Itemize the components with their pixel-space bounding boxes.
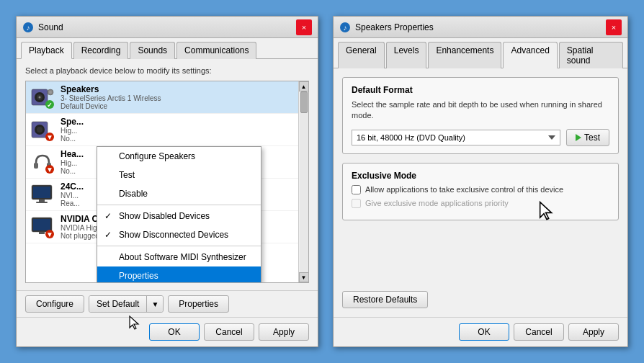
speakers-icon: ✓ bbox=[30, 85, 55, 109]
device-list[interactable]: ✓ Speakers 3- SteelSeries Arctis 1 Wirel… bbox=[25, 81, 309, 283]
sound-dialog: ♪ Sound × Playback Recording Sounds Comm… bbox=[16, 16, 318, 347]
sound-description: Select a playback device below to modify… bbox=[25, 66, 309, 75]
scroll-down-arrow[interactable]: ▼ bbox=[299, 272, 309, 282]
speakers-body: Default Format Select the sample rate an… bbox=[334, 68, 627, 317]
speakers-close-button[interactable]: × bbox=[606, 19, 622, 35]
ctx-disable[interactable]: Disable bbox=[97, 184, 261, 203]
context-menu: Configure Speakers Test Disable Show Dis… bbox=[97, 146, 261, 283]
tab-sounds[interactable]: Sounds bbox=[130, 42, 175, 59]
scroll-track bbox=[300, 91, 308, 272]
device-list-scrollbar[interactable]: ▲ ▼ bbox=[298, 81, 308, 282]
tab-playback[interactable]: Playback bbox=[21, 42, 72, 59]
sound-title-icon: ♪ bbox=[22, 22, 34, 33]
svg-point-7 bbox=[49, 91, 52, 94]
sound-title-text: Sound bbox=[38, 22, 63, 32]
sound-title-bar: ♪ Sound × bbox=[17, 17, 318, 38]
svg-text:✓: ✓ bbox=[47, 102, 53, 109]
device2-info: Spe... Hig... No... bbox=[61, 117, 304, 143]
svg-rect-21 bbox=[39, 200, 45, 202]
device-item-speakers[interactable]: ✓ Speakers 3- SteelSeries Arctis 1 Wirel… bbox=[26, 81, 308, 114]
restore-defaults-button[interactable]: Restore Defaults bbox=[342, 291, 428, 308]
configure-button[interactable]: Configure bbox=[25, 295, 84, 313]
exclusive-checkbox-row-1: Allow applications to take exclusive con… bbox=[352, 185, 609, 194]
set-default-split: Set Default ▼ bbox=[89, 295, 164, 313]
svg-marker-31 bbox=[540, 202, 552, 219]
ctx-sep2 bbox=[97, 246, 261, 246]
sound-close-button[interactable]: × bbox=[296, 19, 312, 35]
speakers-title-icon: ♪ bbox=[339, 22, 351, 33]
test-label: Test bbox=[584, 133, 600, 143]
svg-text:▼: ▼ bbox=[46, 133, 53, 141]
sound-main-footer: OK Cancel Apply bbox=[17, 317, 318, 346]
tab-spatial-sound[interactable]: Spatial sound bbox=[559, 42, 623, 68]
speakers-status: Default Device bbox=[61, 102, 304, 110]
device4-icon bbox=[30, 182, 55, 207]
svg-rect-24 bbox=[33, 219, 50, 230]
tab-communications[interactable]: Communications bbox=[176, 42, 256, 59]
device2-name: Spe... bbox=[61, 117, 304, 127]
device-item-2[interactable]: ▼ Spe... Hig... No... bbox=[26, 114, 308, 146]
sound-ok-button[interactable]: OK bbox=[149, 323, 200, 341]
speakers-cancel-button[interactable]: Cancel bbox=[514, 323, 564, 341]
svg-point-5 bbox=[39, 97, 41, 99]
svg-rect-25 bbox=[39, 232, 45, 234]
device2-icon: ▼ bbox=[30, 117, 55, 142]
svg-text:♪: ♪ bbox=[344, 24, 347, 32]
play-icon bbox=[576, 134, 581, 141]
speakers-info: Speakers 3- SteelSeries Arctis 1 Wireles… bbox=[61, 84, 304, 110]
svg-rect-15 bbox=[34, 163, 38, 169]
svg-text:▼: ▼ bbox=[46, 230, 53, 238]
svg-rect-22 bbox=[36, 202, 48, 203]
tab-levels[interactable]: Levels bbox=[386, 42, 427, 68]
speakers-footer: OK Cancel Apply bbox=[334, 317, 627, 346]
speakers-detail: 3- SteelSeries Arctis 1 Wireless bbox=[61, 94, 304, 102]
default-format-section: Default Format Select the sample rate an… bbox=[342, 77, 619, 154]
ctx-show-disconnected[interactable]: Show Disconnected Devices bbox=[97, 225, 261, 244]
exclusive-mode-title: Exclusive Mode bbox=[352, 171, 609, 181]
svg-text:▼: ▼ bbox=[46, 166, 53, 174]
ctx-sep1 bbox=[97, 205, 261, 205]
speakers-title-bar: ♪ Speakers Properties × bbox=[334, 17, 627, 38]
tab-recording[interactable]: Recording bbox=[73, 42, 129, 59]
tab-enhancements[interactable]: Enhancements bbox=[428, 42, 501, 68]
sound-apply-button[interactable]: Apply bbox=[259, 323, 309, 341]
speakers-name: Speakers bbox=[61, 84, 304, 94]
ctx-configure[interactable]: Configure Speakers bbox=[97, 147, 261, 166]
default-format-desc: Select the sample rate and bit depth to … bbox=[352, 99, 609, 122]
cursor-2 bbox=[538, 200, 561, 223]
ctx-about-midi[interactable]: About Software MIDI Synthesizer bbox=[97, 248, 261, 266]
svg-text:♪: ♪ bbox=[27, 24, 30, 32]
exclusive-checkbox-1[interactable] bbox=[352, 185, 361, 194]
test-button[interactable]: Test bbox=[566, 129, 609, 146]
exclusive-label-1: Allow applications to take exclusive con… bbox=[365, 185, 563, 194]
ctx-properties[interactable]: Properties bbox=[97, 266, 261, 283]
scroll-thumb[interactable] bbox=[300, 91, 308, 113]
device2-status: No... bbox=[61, 135, 304, 143]
speakers-apply-button[interactable]: Apply bbox=[568, 323, 619, 341]
sound-tab-bar: Playback Recording Sounds Communications bbox=[17, 38, 318, 59]
speakers-properties-dialog: ♪ Speakers Properties × General Levels E… bbox=[333, 16, 628, 347]
svg-rect-20 bbox=[33, 187, 50, 198]
device5-icon: ▼ bbox=[30, 215, 55, 239]
set-default-dropdown[interactable]: ▼ bbox=[146, 296, 163, 312]
sound-cancel-button[interactable]: Cancel bbox=[204, 323, 254, 341]
format-select[interactable]: 16 bit, 48000 Hz (DVD Quality) bbox=[352, 130, 560, 145]
ctx-test[interactable]: Test bbox=[97, 166, 261, 184]
scroll-up-arrow[interactable]: ▲ bbox=[299, 81, 309, 91]
sound-body: Select a playback device below to modify… bbox=[17, 59, 318, 290]
exclusive-label-2: Give exclusive mode applications priorit… bbox=[365, 199, 509, 207]
device3-icon: ▼ bbox=[30, 150, 55, 174]
speakers-ok-button[interactable]: OK bbox=[459, 323, 509, 341]
ctx-show-disabled[interactable]: Show Disabled Devices bbox=[97, 207, 261, 225]
sound-properties-button[interactable]: Properties bbox=[168, 295, 229, 313]
exclusive-mode-section: Exclusive Mode Allow applications to tak… bbox=[342, 163, 619, 220]
tab-general[interactable]: General bbox=[338, 42, 385, 68]
set-default-button[interactable]: Set Default bbox=[89, 296, 146, 312]
tab-advanced[interactable]: Advanced bbox=[503, 42, 557, 68]
format-row: 16 bit, 48000 Hz (DVD Quality) Test bbox=[352, 129, 609, 146]
svg-point-12 bbox=[37, 127, 43, 133]
default-format-title: Default Format bbox=[352, 85, 609, 95]
exclusive-checkbox-2[interactable] bbox=[352, 199, 361, 208]
speakers-title-text: Speakers Properties bbox=[355, 22, 434, 32]
speakers-tab-bar: General Levels Enhancements Advanced Spa… bbox=[334, 38, 627, 68]
